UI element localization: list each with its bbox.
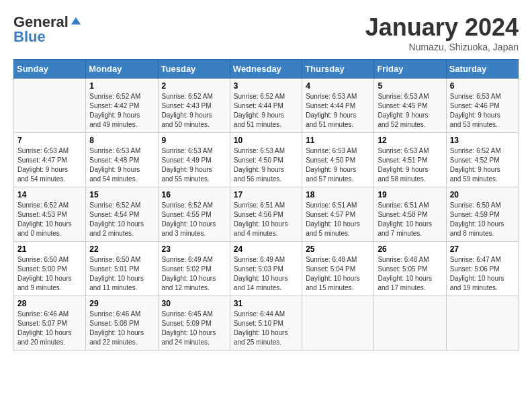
page-header: General Blue January 2024 Numazu, Shizuo… [13, 13, 519, 52]
day-info: Sunrise: 6:53 AM Sunset: 4:49 PM Dayligh… [162, 146, 226, 184]
logo: General Blue [13, 13, 82, 46]
day-info: Sunrise: 6:53 AM Sunset: 4:46 PM Dayligh… [450, 92, 515, 130]
day-info: Sunrise: 6:50 AM Sunset: 5:01 PM Dayligh… [89, 255, 154, 293]
calendar-cell: 1Sunrise: 6:52 AM Sunset: 4:42 PM Daylig… [86, 79, 158, 133]
day-number: 14 [17, 190, 82, 199]
day-number: 8 [89, 136, 154, 145]
day-number: 11 [306, 136, 370, 145]
day-number: 13 [450, 136, 515, 145]
day-number: 16 [162, 190, 226, 199]
calendar-cell: 30Sunrise: 6:45 AM Sunset: 5:09 PM Dayli… [158, 296, 230, 351]
calendar-cell: 22Sunrise: 6:50 AM Sunset: 5:01 PM Dayli… [86, 242, 158, 296]
day-number: 3 [234, 81, 298, 91]
calendar-cell: 14Sunrise: 6:52 AM Sunset: 4:53 PM Dayli… [14, 187, 86, 242]
calendar-cell: 26Sunrise: 6:48 AM Sunset: 5:05 PM Dayli… [374, 242, 446, 296]
day-number: 1 [89, 81, 154, 91]
header-monday: Monday [86, 60, 158, 79]
day-number: 31 [234, 299, 298, 308]
day-number: 2 [162, 81, 226, 91]
calendar-cell: 23Sunrise: 6:49 AM Sunset: 5:02 PM Dayli… [158, 242, 230, 296]
day-number: 15 [89, 190, 154, 199]
day-info: Sunrise: 6:49 AM Sunset: 5:02 PM Dayligh… [162, 255, 226, 293]
calendar-cell: 19Sunrise: 6:51 AM Sunset: 4:58 PM Dayli… [374, 187, 446, 242]
day-info: Sunrise: 6:52 AM Sunset: 4:44 PM Dayligh… [234, 92, 298, 130]
calendar-cell: 29Sunrise: 6:46 AM Sunset: 5:08 PM Dayli… [86, 296, 158, 351]
calendar-cell: 7Sunrise: 6:53 AM Sunset: 4:47 PM Daylig… [14, 133, 86, 187]
day-number: 4 [306, 81, 370, 91]
svg-marker-0 [71, 17, 81, 25]
calendar-cell: 13Sunrise: 6:52 AM Sunset: 4:52 PM Dayli… [446, 133, 518, 187]
day-number: 22 [89, 244, 154, 254]
calendar-cell [374, 296, 446, 351]
header-sunday: Sunday [14, 60, 86, 79]
day-info: Sunrise: 6:51 AM Sunset: 4:56 PM Dayligh… [234, 201, 298, 238]
day-info: Sunrise: 6:51 AM Sunset: 4:57 PM Dayligh… [306, 201, 370, 238]
header-saturday: Saturday [446, 60, 518, 79]
day-number: 30 [162, 299, 226, 308]
calendar-cell: 12Sunrise: 6:53 AM Sunset: 4:51 PM Dayli… [374, 133, 446, 187]
header-row: Sunday Monday Tuesday Wednesday Thursday… [14, 60, 519, 79]
day-number: 23 [162, 244, 226, 254]
title-block: January 2024 Numazu, Shizuoka, Japan [365, 13, 519, 52]
day-info: Sunrise: 6:53 AM Sunset: 4:45 PM Dayligh… [378, 92, 442, 130]
calendar-cell: 27Sunrise: 6:47 AM Sunset: 5:06 PM Dayli… [446, 242, 518, 296]
day-info: Sunrise: 6:52 AM Sunset: 4:42 PM Dayligh… [89, 92, 154, 130]
calendar-week-1: 1Sunrise: 6:52 AM Sunset: 4:42 PM Daylig… [14, 79, 519, 133]
day-info: Sunrise: 6:52 AM Sunset: 4:43 PM Dayligh… [162, 92, 226, 130]
day-info: Sunrise: 6:44 AM Sunset: 5:10 PM Dayligh… [234, 310, 298, 347]
calendar-cell: 8Sunrise: 6:53 AM Sunset: 4:48 PM Daylig… [86, 133, 158, 187]
day-info: Sunrise: 6:53 AM Sunset: 4:44 PM Dayligh… [306, 92, 370, 130]
day-info: Sunrise: 6:46 AM Sunset: 5:07 PM Dayligh… [17, 310, 82, 347]
location: Numazu, Shizuoka, Japan [365, 42, 519, 52]
calendar-cell: 15Sunrise: 6:52 AM Sunset: 4:54 PM Dayli… [86, 187, 158, 242]
calendar-week-2: 7Sunrise: 6:53 AM Sunset: 4:47 PM Daylig… [14, 133, 519, 187]
day-info: Sunrise: 6:50 AM Sunset: 5:00 PM Dayligh… [17, 255, 82, 293]
day-number: 5 [378, 81, 442, 91]
calendar-cell: 11Sunrise: 6:53 AM Sunset: 4:50 PM Dayli… [302, 133, 374, 187]
calendar-cell: 20Sunrise: 6:50 AM Sunset: 4:59 PM Dayli… [446, 187, 518, 242]
calendar-cell [14, 79, 86, 133]
calendar-cell: 3Sunrise: 6:52 AM Sunset: 4:44 PM Daylig… [230, 79, 302, 133]
day-number: 20 [450, 190, 515, 199]
day-info: Sunrise: 6:53 AM Sunset: 4:50 PM Dayligh… [306, 146, 370, 184]
day-info: Sunrise: 6:46 AM Sunset: 5:08 PM Dayligh… [89, 310, 154, 347]
day-info: Sunrise: 6:53 AM Sunset: 4:47 PM Dayligh… [17, 146, 82, 184]
calendar-header: Sunday Monday Tuesday Wednesday Thursday… [14, 60, 519, 79]
day-info: Sunrise: 6:47 AM Sunset: 5:06 PM Dayligh… [450, 255, 515, 293]
day-info: Sunrise: 6:49 AM Sunset: 5:03 PM Dayligh… [234, 255, 298, 293]
day-number: 25 [306, 244, 370, 254]
day-number: 24 [234, 244, 298, 254]
day-number: 26 [378, 244, 442, 254]
month-title: January 2024 [365, 13, 519, 42]
calendar-cell: 4Sunrise: 6:53 AM Sunset: 4:44 PM Daylig… [302, 79, 374, 133]
calendar-cell: 6Sunrise: 6:53 AM Sunset: 4:46 PM Daylig… [446, 79, 518, 133]
day-number: 7 [17, 136, 82, 145]
logo-icon [70, 16, 82, 28]
calendar-cell: 5Sunrise: 6:53 AM Sunset: 4:45 PM Daylig… [374, 79, 446, 133]
calendar-cell: 31Sunrise: 6:44 AM Sunset: 5:10 PM Dayli… [230, 296, 302, 351]
day-info: Sunrise: 6:53 AM Sunset: 4:50 PM Dayligh… [234, 146, 298, 184]
day-number: 19 [378, 190, 442, 199]
day-info: Sunrise: 6:52 AM Sunset: 4:54 PM Dayligh… [89, 201, 154, 238]
calendar-cell: 21Sunrise: 6:50 AM Sunset: 5:00 PM Dayli… [14, 242, 86, 296]
day-number: 12 [378, 136, 442, 145]
calendar-table: Sunday Monday Tuesday Wednesday Thursday… [13, 59, 519, 351]
header-friday: Friday [374, 60, 446, 79]
day-info: Sunrise: 6:52 AM Sunset: 4:53 PM Dayligh… [17, 201, 82, 238]
calendar-cell: 9Sunrise: 6:53 AM Sunset: 4:49 PM Daylig… [158, 133, 230, 187]
day-number: 17 [234, 190, 298, 199]
day-number: 21 [17, 244, 82, 254]
day-info: Sunrise: 6:52 AM Sunset: 4:52 PM Dayligh… [450, 146, 515, 184]
calendar-cell: 2Sunrise: 6:52 AM Sunset: 4:43 PM Daylig… [158, 79, 230, 133]
day-number: 18 [306, 190, 370, 199]
calendar-cell: 10Sunrise: 6:53 AM Sunset: 4:50 PM Dayli… [230, 133, 302, 187]
day-number: 10 [234, 136, 298, 145]
day-info: Sunrise: 6:45 AM Sunset: 5:09 PM Dayligh… [162, 310, 226, 347]
day-info: Sunrise: 6:53 AM Sunset: 4:51 PM Dayligh… [378, 146, 442, 184]
header-wednesday: Wednesday [230, 60, 302, 79]
day-info: Sunrise: 6:53 AM Sunset: 4:48 PM Dayligh… [89, 146, 154, 184]
calendar-cell [446, 296, 518, 351]
calendar-cell: 24Sunrise: 6:49 AM Sunset: 5:03 PM Dayli… [230, 242, 302, 296]
header-thursday: Thursday [302, 60, 374, 79]
logo-blue-text: Blue [13, 28, 46, 46]
